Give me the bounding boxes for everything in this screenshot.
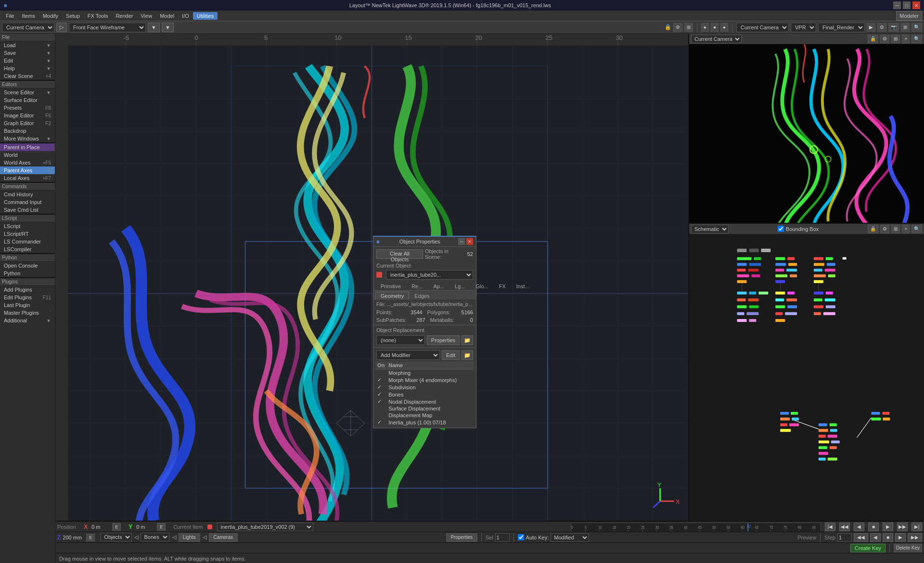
camera-select-left[interactable]: Current Camera bbox=[2, 23, 54, 32]
sidebar-item-clear-scene[interactable]: Clear Scene +4 bbox=[0, 72, 55, 80]
next-frame-btn[interactable]: ▶▶ bbox=[897, 523, 908, 531]
menu-view[interactable]: View bbox=[137, 12, 156, 20]
create-key-btn[interactable]: Create Key bbox=[850, 544, 886, 552]
sidebar-item-graph-editor[interactable]: Graph Editor F2 bbox=[0, 119, 55, 127]
lights-btn[interactable]: Lights bbox=[179, 533, 200, 542]
menu-fxtools[interactable]: FX Tools bbox=[84, 12, 112, 20]
schematic-vp-snap-btn[interactable]: ⊞ bbox=[891, 225, 900, 233]
camera-select-right[interactable]: Current Camera bbox=[736, 23, 789, 32]
pause-btn[interactable]: ■ bbox=[868, 523, 879, 531]
sidebar-section-python[interactable]: Python bbox=[0, 254, 55, 262]
sidebar-item-ls-compiler[interactable]: LSCompiler bbox=[0, 245, 55, 253]
sidebar-section-lscript[interactable]: LScript bbox=[0, 215, 55, 222]
modifier-row-morphing[interactable]: Morphing bbox=[375, 370, 474, 377]
speed-step-fwd-btn[interactable]: ▶ bbox=[895, 533, 906, 542]
sidebar-item-parent-in-place[interactable]: Parent in Place bbox=[0, 143, 55, 151]
speed-step-back-btn[interactable]: ◀ bbox=[870, 533, 881, 542]
sidebar-item-edit[interactable]: Edit ▼ bbox=[0, 57, 55, 64]
camera-vp-lock-btn[interactable]: 🔒 bbox=[868, 35, 878, 43]
modifier-row-nodal[interactable]: ✓ Nodal Displacement bbox=[375, 398, 474, 405]
sidebar-section-file[interactable]: File bbox=[0, 34, 55, 41]
menu-render[interactable]: Render bbox=[112, 12, 137, 20]
camera-vp-search-btn[interactable]: 🔍 bbox=[911, 35, 922, 43]
menu-modify[interactable]: Modify bbox=[39, 12, 62, 20]
speed-pause2-btn[interactable]: ■ bbox=[883, 533, 893, 542]
object-type-select[interactable]: Objects bbox=[101, 533, 132, 541]
play-btn[interactable]: ▶ bbox=[883, 523, 893, 531]
prev-frame-btn[interactable]: ◀◀ bbox=[839, 523, 850, 531]
schematic-vp-settings-btn[interactable]: ⚙ bbox=[880, 225, 889, 233]
auto-key-checkbox[interactable] bbox=[518, 534, 524, 540]
y-e-btn[interactable]: E bbox=[157, 523, 166, 531]
sidebar-item-local-axes[interactable]: Local Axes +F7 bbox=[0, 174, 55, 182]
vp-render-icon1[interactable]: ● bbox=[701, 23, 709, 32]
modifier-row-morph-mixer[interactable]: ✓ Morph Mixer (4 endomorphs) bbox=[375, 376, 474, 384]
main-viewport[interactable]: X Y -5 0 5 10 15 20 25 bbox=[55, 34, 688, 521]
cameras-btn[interactable]: Cameras bbox=[209, 533, 238, 542]
sidebar-item-master-plugins[interactable]: Master Plugins ` bbox=[0, 309, 55, 317]
menu-file[interactable]: File bbox=[2, 12, 18, 20]
go-start-btn[interactable]: |◀ bbox=[825, 523, 835, 531]
vp-render-icon3[interactable]: ● bbox=[720, 23, 728, 32]
sidebar-item-add-plugins[interactable]: Add Plugins bbox=[0, 286, 55, 294]
current-item-select[interactable]: inertia_plus_tube2019_v002 (9) bbox=[217, 523, 313, 531]
z-e-btn[interactable]: E bbox=[86, 534, 95, 541]
sidebar-item-presets[interactable]: Presets F8 bbox=[0, 104, 55, 112]
sidebar-item-parent-axes[interactable]: Parent Axes +F6 bbox=[0, 166, 55, 174]
modifier-row-displacement-map[interactable]: Displacement Map bbox=[375, 412, 474, 419]
camera-vp-add-btn[interactable]: + bbox=[902, 35, 910, 43]
tab-primitive[interactable]: Primitive bbox=[375, 282, 406, 290]
play-reverse-btn[interactable]: ◀ bbox=[854, 523, 864, 531]
menu-model[interactable]: Model bbox=[156, 12, 178, 20]
sidebar-item-cmd-history[interactable]: Cmd History bbox=[0, 191, 55, 198]
sidebar-item-more-windows[interactable]: More Windows ▼ bbox=[0, 135, 55, 142]
sidebar-item-help[interactable]: Help ▼ bbox=[0, 64, 55, 72]
properties-btn2[interactable]: Properties bbox=[446, 533, 477, 542]
timeline-track[interactable]: 0 5 10 15 20 25 bbox=[571, 523, 821, 531]
modifier-row-bones[interactable]: ✓ Bones bbox=[375, 391, 474, 398]
schematic-viewport[interactable]: Schematic Bounding Box 🔒 ⚙ ⊞ + bbox=[689, 224, 924, 521]
sidebar-item-edit-plugins[interactable]: Edit Plugins F11 bbox=[0, 294, 55, 301]
add-modifier-select[interactable]: Add Modifier bbox=[376, 350, 440, 360]
replacement-folder-btn[interactable]: 📁 bbox=[462, 335, 473, 345]
render-btn3[interactable]: 📷 bbox=[888, 23, 899, 32]
modeler-button[interactable]: Modeler bbox=[896, 11, 922, 21]
render-preset-select[interactable]: Final_Render bbox=[818, 23, 865, 32]
bones-select[interactable]: Bones bbox=[141, 533, 169, 541]
sidebar-item-image-editor[interactable]: Image Editor F6 bbox=[0, 112, 55, 119]
camera-toggle-btn[interactable]: ▷ bbox=[56, 23, 67, 32]
tab-re[interactable]: Re... bbox=[406, 282, 428, 290]
clear-all-objects-btn[interactable]: Clear All Objects bbox=[376, 249, 423, 259]
vp-render-icon2[interactable]: ● bbox=[711, 23, 719, 32]
sidebar-item-open-console[interactable]: Open Console bbox=[0, 262, 55, 269]
x-e-btn[interactable]: E bbox=[112, 523, 121, 531]
sidebar-item-load[interactable]: Load ▼ bbox=[0, 41, 55, 49]
current-object-select[interactable]: inertia_plus_tube20... bbox=[386, 270, 473, 280]
render-btn5[interactable]: 🔍 bbox=[911, 23, 922, 32]
sidebar-item-backdrop[interactable]: Backdrop bbox=[0, 127, 55, 135]
tab-glo[interactable]: Glo... bbox=[470, 282, 493, 290]
vp-settings-btn[interactable]: ⚙ bbox=[673, 23, 682, 32]
step-input[interactable] bbox=[837, 533, 852, 542]
tab-fx[interactable]: FX bbox=[494, 282, 511, 290]
modifier-row-subdivision[interactable]: ✓ Subdivision bbox=[375, 384, 474, 391]
replacement-select[interactable]: (none) bbox=[376, 335, 425, 345]
vpr-select[interactable]: VPR bbox=[791, 23, 816, 32]
close-button[interactable]: ✕ bbox=[912, 1, 920, 9]
menu-io[interactable]: I/O bbox=[178, 12, 193, 20]
schematic-vp-search-btn[interactable]: 🔍 bbox=[911, 225, 922, 233]
sidebar-item-command-input[interactable]: Command Input bbox=[0, 198, 55, 206]
tab-edges[interactable]: Edges bbox=[409, 292, 435, 300]
sidebar-section-editors[interactable]: Editors bbox=[0, 81, 55, 89]
camera-viewport[interactable]: Current Camera 🔒 ⚙ ⊞ + 🔍 bbox=[689, 34, 924, 224]
sidebar-item-python[interactable]: Python bbox=[0, 269, 55, 277]
schematic-vp-add-btn[interactable]: + bbox=[902, 225, 910, 233]
edit-modifier-btn[interactable]: Edit bbox=[442, 350, 460, 360]
modifier-row-surface-displacement[interactable]: Surface Displacement bbox=[375, 405, 474, 412]
menu-setup[interactable]: Setup bbox=[62, 12, 84, 20]
sidebar-item-lscript-rt[interactable]: LScript/RT bbox=[0, 230, 55, 238]
sidebar-section-plugins[interactable]: Plugins bbox=[0, 278, 55, 286]
tab-inst[interactable]: Inst... bbox=[511, 282, 535, 290]
sidebar-item-lscript[interactable]: LScript bbox=[0, 222, 55, 230]
vp-snap-btn[interactable]: ⊞ bbox=[684, 23, 693, 32]
